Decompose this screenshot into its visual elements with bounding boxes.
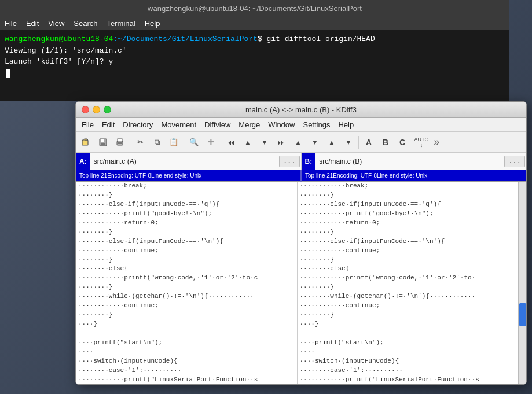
cut-button[interactable]: ✂: [132, 134, 148, 150]
code-line-a-6: ········else·if(inputFunCode·==·'\n'){: [76, 237, 297, 246]
terminal-window: wangzhengkun@ubuntu18-04: ~/Documents/Gi…: [0, 0, 509, 101]
code-line-b-13: ············continue;: [298, 301, 519, 311]
filebar-b-path: src/main.c (B): [315, 157, 503, 165]
kdiff3-menu-movement[interactable]: Movement: [157, 119, 200, 130]
filebar-a-label: A:: [76, 153, 90, 170]
a-button[interactable]: A: [361, 134, 377, 150]
scrollbar-thumb[interactable]: [519, 303, 526, 326]
terminal-menu-edit[interactable]: Edit: [26, 19, 39, 28]
first-diff-button[interactable]: ⏮: [223, 134, 239, 150]
kdiff3-menu-settings[interactable]: Settings: [299, 119, 333, 130]
horizontal-scrollbar[interactable]: [76, 384, 526, 385]
code-line-a-16: [76, 329, 297, 338]
prev-up-button[interactable]: ▲: [240, 134, 256, 150]
print-button[interactable]: [112, 134, 128, 150]
terminal-line-3: Launch 'kdiff3' [Y/n]? y: [5, 56, 505, 68]
kdiff3-menu-help[interactable]: Help: [335, 119, 357, 130]
code-line-a-8: ········}: [76, 256, 297, 265]
save-button[interactable]: [95, 134, 111, 150]
up3-button[interactable]: ▲: [324, 134, 340, 150]
auto-button[interactable]: AUTO↓: [411, 134, 432, 150]
code-line-a-3: ············printf("good-bye!·\n");: [76, 209, 297, 219]
last-diff-button[interactable]: ⏭: [273, 134, 289, 150]
paste-button[interactable]: 📋: [166, 134, 182, 150]
svg-rect-5: [118, 139, 122, 142]
code-line-a-0: ············break;: [76, 182, 297, 191]
code-line-b-14: ········}: [298, 311, 519, 320]
filebar-b-label: B:: [302, 153, 316, 170]
b-button[interactable]: B: [377, 134, 394, 150]
code-line-a-15: ····}: [76, 320, 297, 329]
terminal-prompt: wangzhengkun@ubuntu18-04: [5, 35, 113, 43]
toolbar-sep-2: [184, 136, 184, 149]
code-line-b-17: ····printf("start\n");: [298, 338, 519, 348]
code-line-a-2: ········else·if(inputFunCode·==·'q'){: [76, 200, 297, 209]
code-line-a-5: ········}: [76, 228, 297, 237]
code-line-b-20: ········case·'1':··········: [298, 366, 519, 375]
terminal-menu-search[interactable]: Search: [74, 19, 97, 28]
filebar-b-dots[interactable]: ...: [504, 156, 525, 167]
kdiff3-menu-edit[interactable]: Edit: [98, 119, 118, 130]
find-button[interactable]: 🔍: [186, 134, 202, 150]
open-button[interactable]: [78, 134, 94, 150]
terminal-path: :~/Documents/Git/LinuxSerialPort: [113, 35, 258, 43]
kdiff3-code-panes: ············break;········}········else·…: [76, 182, 518, 384]
kdiff3-menu-window[interactable]: Window: [265, 119, 298, 130]
kdiff3-menu-directory[interactable]: Directory: [119, 119, 156, 130]
kdiff3-menu-file[interactable]: File: [78, 119, 97, 130]
code-line-b-7: ············continue;: [298, 246, 519, 256]
code-line-b-9: ········else{: [298, 264, 519, 274]
kdiff3-menu-merge[interactable]: Merge: [235, 119, 263, 130]
next-down-button[interactable]: ▼: [256, 134, 273, 150]
code-pane-a: ············break;········}········else·…: [76, 182, 298, 384]
down2-button[interactable]: ▼: [307, 134, 323, 150]
kdiff3-content-area: ············break;········}········else·…: [76, 182, 526, 384]
code-line-a-18: ····: [76, 348, 297, 357]
terminal-menu-view[interactable]: View: [48, 19, 64, 28]
maximize-button[interactable]: [104, 106, 111, 113]
close-button[interactable]: [82, 106, 89, 113]
terminal-cursor-line: [5, 68, 505, 79]
kdiff3-menubar: File Edit Directory Movement Diffview Me…: [76, 118, 526, 132]
status-bar-b: Top line 21Encoding: UTF-8Line end style…: [301, 170, 526, 182]
vertical-scrollbar[interactable]: [518, 182, 526, 384]
code-line-a-14: ········}: [76, 311, 297, 320]
code-line-b-0: ············break;: [298, 182, 519, 191]
toolbar-overflow[interactable]: »: [432, 137, 441, 148]
copy-button[interactable]: ⧉: [149, 134, 165, 150]
code-line-a-11: ········}: [76, 283, 297, 292]
terminal-menu-help[interactable]: Help: [145, 19, 160, 28]
svg-rect-2: [101, 139, 104, 142]
code-line-a-19: ····switch·(inputFunCode){: [76, 357, 297, 366]
filebar-a-dots[interactable]: ...: [279, 156, 300, 167]
down3-button[interactable]: ▼: [340, 134, 357, 150]
status-bar-a: Top line 21Encoding: UTF-8Line end style…: [76, 170, 301, 182]
up2-button[interactable]: ▲: [290, 134, 306, 150]
code-line-b-18: ····: [298, 348, 519, 357]
terminal-menu-terminal[interactable]: Terminal: [107, 19, 135, 28]
code-line-a-10: ············printf("wrong·code,·'1'·or·'…: [76, 274, 297, 283]
terminal-body: wangzhengkun@ubuntu18-04:~/Documents/Git…: [0, 30, 509, 82]
code-line-a-21: ············printf("LinuxSerialPort·Func…: [76, 375, 297, 384]
code-line-a-20: ········case·'1':··········: [76, 366, 297, 375]
code-line-b-16: [298, 329, 519, 338]
terminal-menu-file[interactable]: File: [5, 19, 17, 28]
toolbar-sep-1: [130, 136, 130, 149]
minimize-button[interactable]: [93, 106, 100, 113]
action-button[interactable]: ✛: [203, 134, 219, 150]
toolbar-sep-3: [221, 136, 221, 149]
status-bar-a-text: Top line 21Encoding: UTF-8Line end style…: [79, 172, 201, 179]
terminal-cursor: [6, 69, 10, 78]
code-line-a-1: ········}: [76, 191, 297, 200]
code-line-b-2: ········else·if(inputFunCode·==·'q'){: [298, 200, 519, 209]
code-line-a-7: ············continue;: [76, 246, 297, 256]
status-bar-b-text: Top line 21Encoding: UTF-8Line end style…: [305, 172, 427, 179]
code-line-a-13: ············continue;: [76, 301, 297, 311]
svg-rect-7: [118, 143, 122, 144]
code-line-b-12: ········while·(getchar()·!=·'\n'){······…: [298, 292, 519, 301]
terminal-title: wangzhengkun@ubuntu18-04: ~/Documents/Gi…: [148, 4, 362, 13]
kdiff3-menu-diffview[interactable]: Diffview: [201, 119, 234, 130]
terminal-titlebar: wangzhengkun@ubuntu18-04: ~/Documents/Gi…: [0, 0, 509, 16]
code-line-a-9: ········else{: [76, 264, 297, 274]
c-button[interactable]: C: [394, 134, 410, 150]
